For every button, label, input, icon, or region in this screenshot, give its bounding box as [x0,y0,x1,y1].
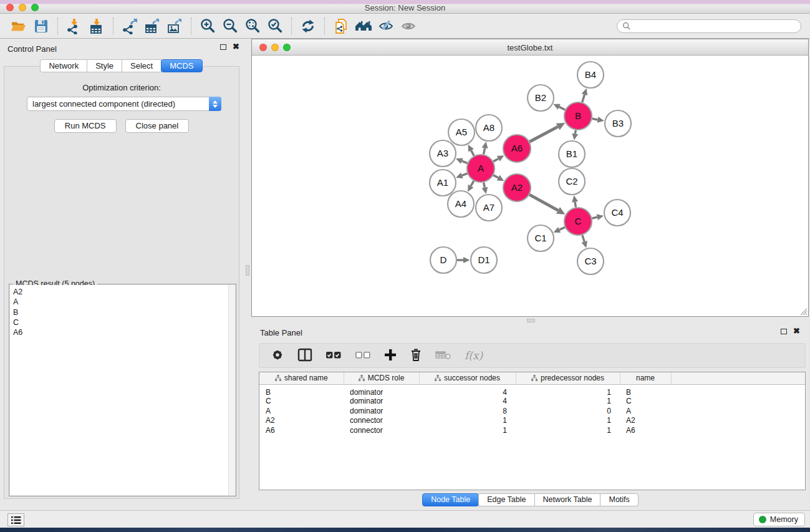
close-panel-icon[interactable]: ✖ [233,44,239,50]
network-canvas[interactable]: B4B2BB3A8A5A6A3B1AC2A1A2A4A7C4CC1DD1C3 [252,56,808,316]
graph-edge-B-B4[interactable] [582,89,588,102]
mcds-result-item[interactable]: B [10,307,235,317]
table-cell[interactable]: 1 [516,425,620,435]
table-cell[interactable]: 1 [419,425,516,435]
table-row[interactable]: Adominator80A [259,406,805,416]
table-cell[interactable]: dominator [344,384,419,397]
graph-edge-A-A1[interactable] [456,173,467,178]
table-cell[interactable]: dominator [344,406,419,416]
delete-table-icon[interactable] [435,349,451,362]
tab-network[interactable]: Network [40,59,87,72]
table-cell[interactable]: B [620,384,671,397]
table-cell[interactable]: connector [344,416,419,426]
mcds-result-list[interactable]: A2ABCA6 [10,285,235,495]
graph-edge-A2-C[interactable] [529,195,565,215]
select-all-checkboxes-icon[interactable] [325,349,342,362]
deselect-all-checkboxes-icon[interactable] [355,349,371,362]
zoom-fit-icon[interactable] [241,16,264,36]
graph-edge-B-B3[interactable] [592,117,604,123]
graph-edge-A-A6[interactable] [493,155,504,162]
graph-edge-A-A5[interactable] [468,145,475,156]
network-minimize-icon[interactable] [271,44,279,51]
table-cell[interactable]: A2 [259,416,344,426]
settings-gear-icon[interactable] [271,348,284,364]
graph-edge-C-C3[interactable] [581,235,587,248]
graph-edge-A-A3[interactable] [456,158,468,163]
close-window-icon[interactable] [6,4,14,11]
graph-edge-B-B2[interactable] [553,104,565,110]
graph-edge-D-D1[interactable] [457,257,470,263]
mcds-result-item[interactable]: A6 [10,327,235,337]
table-cell[interactable]: 4 [419,384,516,397]
hide-detail-icon[interactable] [375,16,397,36]
tab-motifs[interactable]: Motifs [600,493,638,506]
export-image-icon[interactable] [163,16,186,36]
delete-column-icon[interactable] [410,348,422,364]
zoom-out-icon[interactable] [219,16,241,36]
graph-edge-A-A2[interactable] [493,175,504,181]
table-cell[interactable]: 1 [516,384,620,397]
memory-button[interactable]: Memory [753,513,805,526]
table-float-panel-icon[interactable] [781,329,787,334]
search-input[interactable] [631,22,801,31]
table-cell[interactable]: dominator [344,397,419,407]
column-header-predecessor-nodes[interactable]: predecessor nodes [516,372,620,384]
column-header-MCDS-role[interactable]: MCDS role [344,372,419,384]
horizontal-splitter-handle[interactable] [527,319,535,322]
export-table-icon[interactable] [141,16,163,36]
mcds-result-item[interactable]: A2 [10,285,235,297]
graph-edge-A-A8[interactable] [482,142,488,154]
network-close-icon[interactable] [259,44,267,51]
zoom-selected-icon[interactable] [264,16,286,36]
tab-select[interactable]: Select [122,59,162,72]
open-session-icon[interactable] [7,16,30,36]
column-header-successor-nodes[interactable]: successor nodes [419,372,516,384]
run-mcds-button[interactable]: Run MCDS [54,119,117,133]
mcds-result-item[interactable]: C [10,317,235,327]
float-panel-icon[interactable] [220,44,226,50]
table-cell[interactable]: C [620,397,671,407]
table-cell[interactable]: A6 [259,425,344,435]
split-panel-icon[interactable] [297,348,312,364]
table-cell[interactable]: A6 [620,425,671,435]
table-cell[interactable]: A2 [620,416,671,426]
close-panel-button[interactable]: Close panel [125,119,190,133]
tab-style[interactable]: Style [87,59,122,72]
home-view-icon[interactable] [352,16,375,36]
task-history-button[interactable] [7,513,24,526]
vertical-splitter-handle[interactable] [246,265,249,276]
graph-edge-A-A7[interactable] [481,183,488,194]
graph-edge-C-C4[interactable] [592,214,604,220]
tab-node-table[interactable]: Node Table [422,493,479,506]
export-network-icon[interactable] [118,16,141,36]
save-session-icon[interactable] [30,16,52,36]
tab-edge-table[interactable]: Edge Table [478,493,534,506]
column-header-shared-name[interactable]: shared name [259,372,344,384]
table-cell[interactable]: 1 [419,416,516,426]
mcds-result-item[interactable]: A [10,297,235,307]
result-scrollbar[interactable] [228,285,235,495]
maximize-window-icon[interactable] [31,4,39,11]
graph-edge-C-C1[interactable] [554,227,566,233]
add-column-icon[interactable] [384,349,397,363]
table-cell[interactable]: A [620,406,671,416]
table-row[interactable]: A6connector11A6 [259,425,805,435]
import-table-icon[interactable] [85,16,108,36]
toolbar-search[interactable] [617,19,801,33]
graph-edge-A6-B[interactable] [529,123,565,142]
refresh-layout-icon[interactable] [297,16,319,36]
minimize-window-icon[interactable] [19,4,26,11]
tab-network-table[interactable]: Network Table [534,493,601,506]
table-cell[interactable]: 1 [516,397,620,407]
table-close-panel-icon[interactable]: ✖ [793,328,800,334]
table-cell[interactable]: connector [344,425,419,435]
table-row[interactable]: Bdominator41B [259,384,805,397]
network-window-titlebar[interactable]: testGlobe.txt [252,39,808,56]
table-cell[interactable]: 8 [419,406,516,416]
criterion-dropdown[interactable]: largest connected component (directed) [27,97,221,111]
network-maximize-icon[interactable] [283,44,291,51]
table-cell[interactable]: 0 [516,406,620,416]
import-network-icon[interactable] [63,16,85,36]
apply-function-icon[interactable]: f(x) [465,349,483,362]
table-cell[interactable]: 4 [419,397,516,407]
